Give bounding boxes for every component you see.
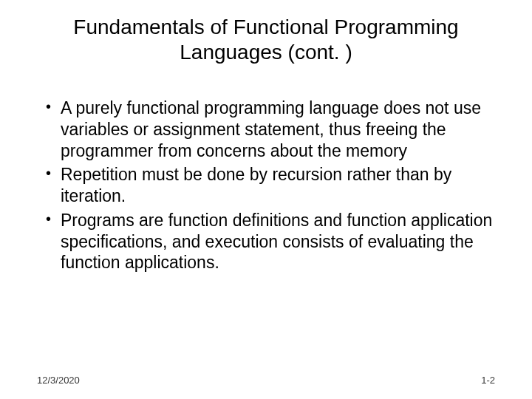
slide-title: Fundamentals of Functional Programming L… (37, 15, 495, 64)
bullet-item: Programs are function definitions and fu… (44, 210, 495, 273)
bullet-item: A purely functional programming language… (44, 98, 495, 161)
slide-content: A purely functional programming language… (37, 98, 495, 273)
bullet-item: Repetition must be done by recursion rat… (44, 164, 495, 207)
bullet-list: A purely functional programming language… (44, 98, 495, 273)
slide-footer: 12/3/2020 1-2 (37, 375, 495, 386)
footer-date: 12/3/2020 (37, 375, 80, 386)
slide-container: Fundamentals of Functional Programming L… (0, 0, 532, 399)
footer-page-number: 1-2 (481, 375, 495, 386)
